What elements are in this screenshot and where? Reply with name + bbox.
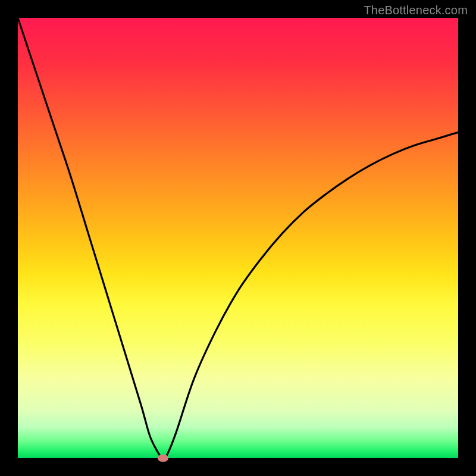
plot-area bbox=[18, 18, 458, 458]
curve-path bbox=[18, 18, 458, 458]
bottleneck-curve bbox=[18, 18, 458, 458]
watermark-text: TheBottleneck.com bbox=[364, 4, 468, 17]
optimal-point-marker bbox=[158, 455, 168, 462]
chart-frame: TheBottleneck.com bbox=[0, 0, 476, 476]
